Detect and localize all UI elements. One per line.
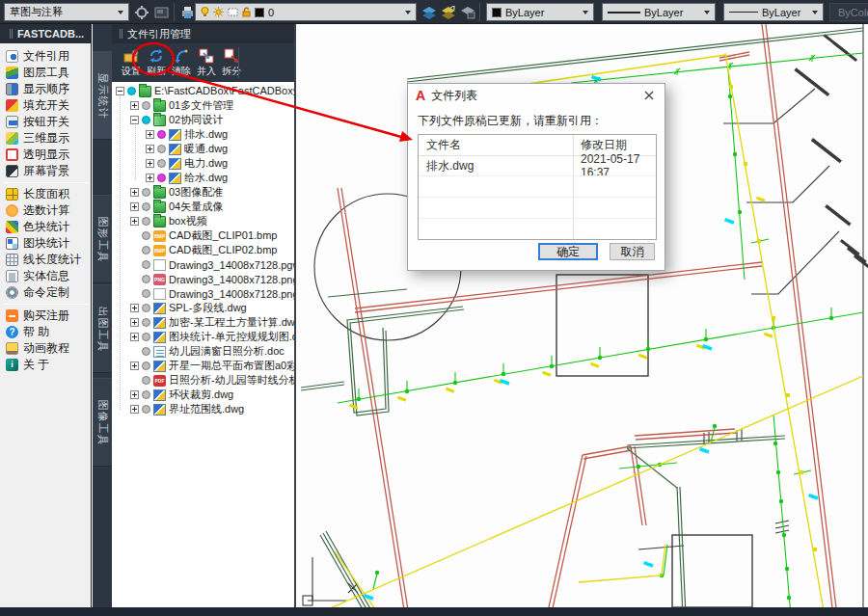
layer-states-icon[interactable] — [440, 4, 457, 20]
expand-icon[interactable] — [130, 333, 139, 341]
sidebar-titlebar[interactable]: FASTCADB... — [0, 24, 91, 43]
layer-match-icon[interactable] — [459, 4, 476, 20]
tree-row[interactable]: PNGDrawing3_14008x7128.png — [112, 272, 294, 286]
bulb-highlight-icon[interactable] — [157, 130, 166, 139]
sidebar-item-purchase[interactable]: 购买注册 — [0, 308, 91, 324]
layer-combo[interactable]: 0 — [195, 3, 417, 21]
linetype-combo[interactable]: ByLayer — [602, 3, 716, 21]
bulb-off-icon[interactable] — [157, 159, 166, 168]
sidebar-item-file-reference[interactable]: 文件引用 — [0, 48, 91, 65]
cancel-button[interactable]: 取消 — [610, 243, 655, 260]
clear-button[interactable]: 清除 — [170, 45, 193, 80]
expand-icon[interactable] — [146, 130, 154, 139]
sidebar-item-block-stats[interactable]: 图块统计 — [0, 235, 91, 252]
tab-display-stats[interactable]: 显示统计 — [93, 51, 112, 140]
plot-printer-icon[interactable] — [178, 4, 196, 20]
sidebar-item-3d-display[interactable]: 三维显示 — [0, 130, 91, 147]
tree-row[interactable]: 03图像配准 — [112, 185, 294, 200]
bulb-off-icon[interactable] — [142, 304, 150, 312]
expand-icon[interactable] — [146, 174, 154, 182]
expand-icon[interactable] — [130, 217, 139, 226]
layer-properties-icon[interactable] — [420, 4, 438, 20]
sidebar-item-tutorial[interactable]: 动画教程 — [0, 340, 91, 357]
tab-image-tools[interactable]: 图像工具 — [93, 378, 112, 467]
sidebar-item-command-customize[interactable]: 命令定制 — [0, 284, 91, 301]
sidebar-item-layer-tools[interactable]: 图层工具 — [0, 65, 91, 81]
tree-row[interactable]: 暖通.dwg — [112, 142, 294, 156]
close-icon[interactable] — [641, 88, 657, 103]
ok-button[interactable]: 确定 — [538, 243, 598, 260]
bulb-off-icon[interactable] — [142, 246, 150, 254]
table-row[interactable]: 排水.dwg 2021-05-17 16:37 — [419, 156, 656, 175]
bulb-off-icon[interactable] — [142, 362, 150, 370]
merge-button[interactable]: 并入 — [195, 45, 218, 80]
tree-row[interactable]: 幼儿园满窗日照分析.doc — [112, 344, 294, 359]
sidebar-item-screen-background[interactable]: 屏幕背景 — [0, 163, 91, 179]
collapse-icon[interactable] — [116, 87, 124, 95]
tree-row[interactable]: BMPCAD截图_CLIP02.bmp — [112, 243, 294, 257]
sidebar-item-length-area[interactable]: 长度面积 — [0, 186, 91, 202]
tree-row[interactable]: 02协同设计 — [112, 113, 294, 127]
tree-row[interactable]: BMPCAD截图_CLIP01.bmp — [112, 228, 294, 243]
bulb-off-icon[interactable] — [142, 318, 150, 327]
expand-icon[interactable] — [130, 318, 139, 327]
sidebar-item-entity-info[interactable]: 实体信息 — [0, 268, 91, 284]
file-list-table[interactable]: 文件名 修改日期 排水.dwg 2021-05-17 16:37 — [418, 134, 657, 240]
bulb-off-icon[interactable] — [142, 405, 150, 414]
tree-row[interactable]: 图块统计-单元控规规划图.dwg — [112, 330, 294, 344]
tree-row[interactable]: box视频 — [112, 214, 294, 228]
expand-icon[interactable] — [130, 188, 139, 197]
bulb-off-icon[interactable] — [142, 101, 150, 110]
expand-icon[interactable] — [130, 405, 139, 414]
tree-row[interactable]: 环状裁剪.dwg — [112, 388, 294, 402]
workspace-selector[interactable]: 草图与注释 — [4, 3, 129, 21]
tree-row[interactable]: SPL-多段线.dwg — [112, 301, 294, 315]
tab-graphic-tools[interactable]: 图形工具 — [93, 195, 112, 283]
bulb-off-icon[interactable] — [142, 347, 150, 356]
expand-icon[interactable] — [146, 159, 154, 168]
bulb-off-icon[interactable] — [142, 231, 150, 240]
tree-row[interactable]: 电力.dwg — [112, 156, 294, 171]
tree-row-root[interactable]: E:\FastCADBox\FastCADBox短视 — [112, 84, 294, 98]
bulb-off-icon[interactable] — [142, 376, 150, 385]
bulb-off-icon[interactable] — [157, 145, 166, 153]
display-toggle-icon[interactable] — [152, 4, 170, 20]
bycolor-button[interactable]: ByColor — [829, 3, 868, 21]
sidebar-item-transparency[interactable]: 透明显示 — [0, 147, 91, 163]
sidebar-item-button-toggle[interactable]: 按钮开关 — [0, 114, 91, 130]
bulb-off-icon[interactable] — [142, 390, 150, 399]
sidebar-item-about[interactable]: 关 于 — [0, 357, 91, 373]
bulb-off-icon[interactable] — [142, 275, 150, 283]
sidebar-item-help[interactable]: 帮 助 — [0, 324, 91, 340]
tree-row[interactable]: 01多文件管理 — [112, 98, 294, 113]
refresh-button[interactable]: 刷新 — [145, 45, 168, 80]
expand-icon[interactable] — [130, 362, 139, 370]
expand-icon[interactable] — [130, 390, 139, 399]
expand-icon[interactable] — [146, 145, 154, 153]
bulb-on-icon[interactable] — [142, 116, 150, 124]
tree-row[interactable]: 给水.dwg — [112, 171, 294, 185]
tree-row[interactable]: Drawing3_14008x7128.pgw — [112, 257, 294, 272]
dialog-titlebar[interactable]: A 文件列表 — [408, 84, 665, 107]
tree-row[interactable]: PDF日照分析-幼儿园等时线分析.p — [112, 373, 294, 388]
sidebar-item-line-length-stats[interactable]: 线长度统计 — [0, 252, 91, 268]
bulb-off-icon[interactable] — [142, 188, 150, 197]
tree-row[interactable]: Drawing3_14008x7128.pnga — [112, 286, 294, 301]
sidebar-item-fill-toggle[interactable]: 填充开关 — [0, 97, 91, 114]
tree-row[interactable]: 加密-某工程土方量计算.dwg — [112, 315, 294, 330]
bulb-on-icon[interactable] — [127, 87, 136, 95]
expand-icon[interactable] — [130, 304, 139, 312]
sidebar-item-color-stats[interactable]: 色块统计 — [0, 219, 91, 235]
lineweight-combo[interactable]: ByLayer — [723, 3, 824, 21]
bulb-off-icon[interactable] — [142, 217, 150, 226]
tab-plot-tools[interactable]: 出图工具 — [93, 284, 112, 373]
settings-button[interactable]: 设置 — [120, 45, 143, 80]
expand-icon[interactable] — [130, 202, 139, 211]
tree-row[interactable]: 排水.dwg — [112, 127, 294, 142]
bulb-highlight-icon[interactable] — [157, 174, 166, 182]
bulb-off-icon[interactable] — [142, 260, 150, 269]
split-button[interactable]: 拆分 — [220, 45, 243, 80]
bulb-off-icon[interactable] — [142, 333, 150, 341]
bulb-off-icon[interactable] — [142, 289, 150, 298]
object-color-combo[interactable]: ByLayer — [486, 3, 594, 21]
